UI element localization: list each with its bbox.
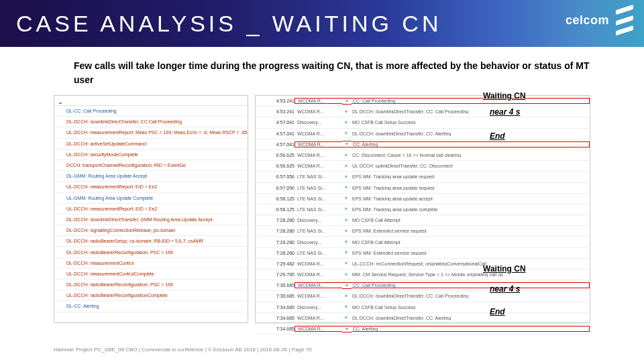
row-time: 4:57.041 xyxy=(256,131,294,136)
left-trace-row: DL-DCCH: signallingConnectionRelease; ps… xyxy=(54,225,248,236)
right-trace-row: 6:57.056LTE NAS Si...✶EPS MM: Tracking a… xyxy=(256,183,590,194)
row-icon: ✶ xyxy=(341,315,351,320)
row-tech: WCDMA R... xyxy=(294,326,342,332)
row-time: 7:28.280 xyxy=(256,218,294,223)
right-trace-row: 7:30.685WCDMA R...✶DL DCCH: downlinkDire… xyxy=(256,291,590,302)
row-msg: DL DCCH: downlinkDirectTransfer; CC: Cal… xyxy=(351,294,590,298)
row-icon: ✶ xyxy=(341,109,351,115)
row-time: 6:57.056 xyxy=(256,174,294,179)
annotation-near4s-1: near 4 s xyxy=(490,107,520,117)
row-icon: ✶ xyxy=(341,153,351,158)
row-time: 6:56.625 xyxy=(256,153,294,158)
row-msg: CC: Call Proceeding xyxy=(352,98,590,104)
left-panel-header xyxy=(54,96,248,106)
row-time: 4:53.241 xyxy=(256,99,294,103)
right-trace-row: 7:28.280LTE NAS Si...✶EPS MM: Extended s… xyxy=(256,248,590,259)
left-trace-row: UL-DCCH: radioBearerReconfigurationCompl… xyxy=(54,290,248,301)
row-msg: EPS MM: Tracking area update request xyxy=(351,186,590,190)
row-tech: WCDMA R... xyxy=(294,316,341,320)
row-msg: DL DCCH: downlinkDirectTransfer; CC: Ale… xyxy=(351,131,590,136)
row-icon: ✶ xyxy=(341,120,351,125)
row-msg: MO CSFB Call Setup Success xyxy=(351,305,590,310)
left-trace-row: UL-DCCH: measurementReport; EID = Ee2 xyxy=(54,204,248,215)
left-trace-row: UL-DCCH: measurementReport; EID = Ee2 xyxy=(54,182,248,192)
row-icon: ✶ xyxy=(341,272,351,278)
right-trace-row: 7:29.785WCDMA R...✶MM: CM Service Reques… xyxy=(256,269,590,280)
row-time: 7:34.685 xyxy=(256,326,294,331)
left-trace-row: DL-DCCH: activeSetUpdateCommand xyxy=(54,139,248,149)
row-icon: ✶ xyxy=(342,326,352,333)
row-tech: LTE NAS Si... xyxy=(294,229,341,233)
row-msg: EPS MM: Tracking area update request xyxy=(351,174,590,179)
right-trace-row: 4:57.041Discovery...✶MO CSFB Call Setup … xyxy=(256,117,590,128)
celcom-logo: celcom xyxy=(566,13,609,27)
row-msg: EPS MM: Tracking area update complete xyxy=(351,207,590,212)
row-tech: WCDMA R... xyxy=(294,294,341,298)
right-trace-row: 7:34.685WCDMA R...✶DL DCCH: downlinkDire… xyxy=(256,313,590,324)
right-trace-row: 4:57.041WCDMA R...✶DL DCCH: downlinkDire… xyxy=(256,129,590,139)
row-tech: WCDMA R... xyxy=(294,141,342,147)
row-msg: CC: Call Proceeding xyxy=(352,282,590,288)
row-icon: ✶ xyxy=(341,131,351,136)
right-trace-row: 6:58.125LTE NAS Si...✶EPS MM: Tracking a… xyxy=(256,194,590,204)
row-icon: ✶ xyxy=(341,250,351,255)
row-tech: WCDMA R... xyxy=(294,164,341,168)
row-tech: Discovery... xyxy=(294,120,341,125)
right-trace-row: 4:57.041WCDMA R...✶CC: Alerting xyxy=(256,139,590,150)
annotation-waiting-cn-2: Waiting CN xyxy=(483,264,526,274)
row-time: 7:28.280 xyxy=(256,251,294,255)
row-msg: EPS MM: Extended service request xyxy=(351,229,590,233)
right-trace-row: 4:53.241WCDMA R...✶DL DCCH: downlinkDire… xyxy=(256,107,590,117)
row-time: 7:29.785 xyxy=(256,272,294,277)
row-icon: ✶ xyxy=(341,261,351,266)
row-tech: WCDMA R... xyxy=(294,131,341,136)
logo-group: celcom xyxy=(566,5,633,35)
row-icon: ✶ xyxy=(341,239,351,245)
row-msg: MO CSFB Call Attempt xyxy=(351,240,590,245)
row-time: 6:58.125 xyxy=(256,196,294,201)
left-trace-row: DL-DCCH: radioBearerReconfiguration; PSC… xyxy=(54,247,248,257)
row-time: 6:58.125 xyxy=(256,207,294,212)
left-trace-row: UL-DCCH: measurementControlComplete xyxy=(54,269,248,280)
left-trace-row: DL-DCCH: downlinkDirectTransfer; CC:Call… xyxy=(54,117,248,127)
left-trace-panel: DL-CC: Call ProceedingDL-DCCH: downlinkD… xyxy=(54,95,248,323)
row-tech: LTE NAS Si... xyxy=(294,251,341,255)
row-time: 7:28.280 xyxy=(256,240,294,245)
left-trace-row: DL-DCCH: measurementControl xyxy=(54,258,248,269)
ericsson-logo xyxy=(616,3,633,38)
row-icon: ✶ xyxy=(342,141,352,147)
row-tech: WCDMA R... xyxy=(294,153,341,158)
annotation-waiting-cn-1: Waiting CN xyxy=(483,91,526,101)
row-msg: CC: Alerting xyxy=(352,141,590,147)
row-icon: ✶ xyxy=(341,229,351,234)
right-trace-row: 7:30.685WCDMA R...✶CC: Call Proceeding xyxy=(256,280,590,291)
footer-text: Hammer Project PC_SBE_09 CBO | Commercia… xyxy=(54,347,312,353)
row-msg: MO CSFB Call Setup Success xyxy=(351,120,590,125)
row-icon: ✶ xyxy=(341,304,351,310)
slide-header: CASE ANALYSIS _ WAITING CN celcom xyxy=(0,0,644,47)
row-icon: ✶ xyxy=(342,98,352,105)
row-icon: ✶ xyxy=(342,282,352,289)
left-trace-row: UL-DCCH: securityModeComplete xyxy=(54,149,248,160)
right-trace-row: 7:34.685WCDMA R...✶CC: Alerting xyxy=(256,324,590,335)
row-tech: WCDMA R... xyxy=(294,282,342,288)
antenna-icon xyxy=(57,97,64,104)
left-trace-row: DL-DCCH: radioBearerReconfiguration; PSC… xyxy=(54,280,248,290)
row-icon: ✶ xyxy=(341,164,351,169)
row-tech: Discovery... xyxy=(294,305,341,310)
right-trace-row: 7:28.280Discovery...✶MO CSFB Call Attemp… xyxy=(256,215,590,226)
row-icon: ✶ xyxy=(341,174,351,180)
row-icon: ✶ xyxy=(341,206,351,212)
right-trace-row: 6:57.056LTE NAS Si...✶EPS MM: Tracking a… xyxy=(256,172,590,182)
right-trace-row: 7:29.482WCDMA R...✶UL-CCCH: rrcConnectio… xyxy=(256,259,590,269)
row-time: 7:28.280 xyxy=(256,229,294,233)
row-tech: WCDMA R... xyxy=(294,261,341,266)
row-time: 4:57.041 xyxy=(256,120,294,125)
left-trace-row: DL-DCCH: downlinkDirectTransfer; GMM Rou… xyxy=(54,215,248,225)
row-msg: EPS MM: Extended service request xyxy=(351,251,590,255)
right-trace-row: 4:53.241WCDMA R...✶CC: Call Proceeding xyxy=(256,96,590,107)
row-tech: Discovery... xyxy=(294,240,341,245)
row-msg: DL DCCH: downlinkDirectTransfer; CC: Ale… xyxy=(351,316,590,320)
row-icon: ✶ xyxy=(341,218,351,223)
annotation-end-2: End xyxy=(490,307,505,316)
